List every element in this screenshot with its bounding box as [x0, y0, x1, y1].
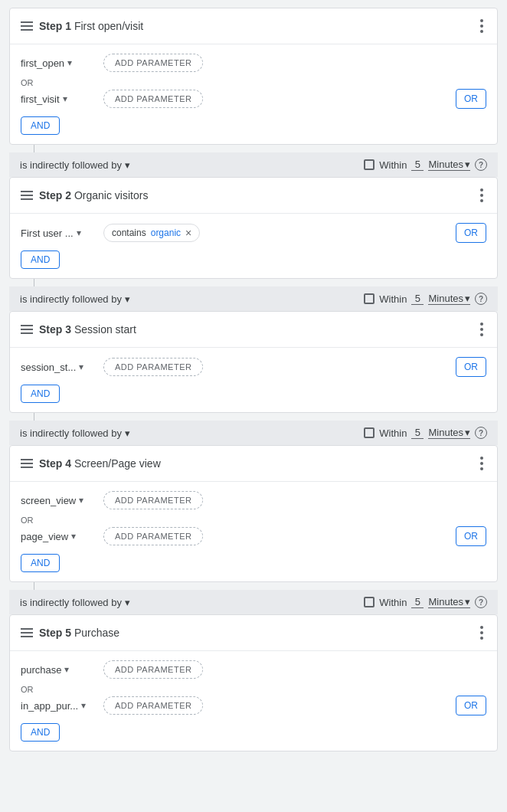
event-row-page-view: page_view ▾ ADD PARAMETER OR: [21, 526, 486, 546]
help-icon-1[interactable]: ?: [475, 159, 487, 171]
step-5-title: Step 5 Purchase: [39, 627, 119, 639]
chevron-icon: ▾: [465, 293, 470, 304]
gap-line-2: [34, 279, 34, 286]
connector-1: is indirectly followed by ▾ Within 5 Min…: [9, 152, 498, 177]
chevron-icon: ▾: [79, 495, 83, 506]
add-param-btn-page-view[interactable]: ADD PARAMETER: [103, 527, 203, 545]
drag-handle-icon[interactable]: [21, 325, 33, 334]
connector-dropdown-1[interactable]: is indirectly followed by ▾: [20, 159, 130, 171]
step-3-header: Step 3 Session start: [10, 312, 497, 348]
drag-handle-icon[interactable]: [21, 459, 33, 468]
chevron-icon: ▾: [67, 57, 72, 68]
or-button-step3[interactable]: OR: [456, 357, 486, 377]
help-icon-4[interactable]: ?: [475, 596, 487, 608]
step-3-body: session_st... ▾ ADD PARAMETER OR AND: [10, 348, 497, 412]
chevron-icon: ▾: [125, 427, 130, 439]
step-1-header: Step 1 First open/visit: [10, 8, 497, 44]
event-dropdown-first-visit[interactable]: first_visit ▾: [21, 93, 97, 105]
drag-handle-icon[interactable]: [21, 628, 33, 637]
gap-line-3: [34, 413, 34, 421]
chevron-icon: ▾: [465, 427, 470, 438]
event-row-screen-view: screen_view ▾ ADD PARAMETER: [21, 491, 486, 509]
add-param-btn-first-open[interactable]: ADD PARAMETER: [103, 54, 203, 72]
step-5-more-menu[interactable]: [477, 623, 486, 643]
event-dropdown-purchase[interactable]: purchase ▾: [21, 664, 97, 676]
connector-dropdown-3[interactable]: is indirectly followed by ▾: [20, 427, 130, 439]
event-dropdown-first-user[interactable]: First user ... ▾: [21, 228, 97, 239]
step-2-more-menu[interactable]: [477, 185, 486, 205]
within-unit-1[interactable]: Minutes ▾: [428, 159, 470, 171]
within-checkbox-3[interactable]: [364, 427, 375, 438]
within-number-3: 5: [411, 427, 424, 439]
chevron-icon: ▾: [77, 228, 81, 238]
within-number-1: 5: [411, 159, 424, 171]
drag-handle-icon[interactable]: [21, 21, 33, 31]
and-button-step5[interactable]: AND: [21, 723, 60, 742]
within-unit-4[interactable]: Minutes ▾: [428, 596, 470, 608]
step-5-body: purchase ▾ ADD PARAMETER OR in_app_pur..…: [10, 651, 497, 751]
or-label-5: OR: [21, 685, 486, 694]
and-button-step2[interactable]: AND: [21, 250, 60, 269]
event-row-first-open: first_open ▾ ADD PARAMETER: [21, 54, 486, 72]
add-param-btn-screen-view[interactable]: ADD PARAMETER: [103, 491, 203, 509]
page-wrapper: Step 1 First open/visit first_open ▾ ADD…: [0, 0, 507, 759]
step-2-body: First user ... ▾ contains organic × OR A…: [10, 214, 497, 278]
or-button-step1[interactable]: OR: [456, 89, 486, 109]
gap-line-4: [34, 582, 34, 590]
or-label-4: OR: [21, 516, 486, 525]
help-icon-2[interactable]: ?: [475, 293, 487, 305]
and-button-step4[interactable]: AND: [21, 554, 60, 572]
step-1-more-menu[interactable]: [477, 16, 486, 36]
step-2-header: Step 2 Organic visitors: [10, 178, 497, 214]
event-dropdown-screen-view[interactable]: screen_view ▾: [21, 495, 97, 506]
chip-close-btn[interactable]: ×: [185, 228, 191, 238]
event-row-first-user: First user ... ▾ contains organic × OR: [21, 223, 486, 243]
add-param-btn-session[interactable]: ADD PARAMETER: [103, 358, 203, 376]
add-param-btn-purchase[interactable]: ADD PARAMETER: [103, 660, 203, 679]
event-dropdown-first-open[interactable]: first_open ▾: [21, 57, 97, 69]
event-dropdown-page-view[interactable]: page_view ▾: [21, 531, 97, 542]
chevron-icon: ▾: [125, 597, 130, 608]
drag-handle-icon[interactable]: [21, 191, 33, 200]
chevron-icon: ▾: [125, 293, 130, 305]
step-5-header: Step 5 Purchase: [10, 615, 497, 651]
and-button-step1[interactable]: AND: [21, 116, 60, 135]
connector-dropdown-4[interactable]: is indirectly followed by ▾: [20, 597, 130, 608]
add-param-btn-first-visit[interactable]: ADD PARAMETER: [103, 90, 203, 108]
within-unit-2[interactable]: Minutes ▾: [428, 293, 470, 305]
step-4-more-menu[interactable]: [477, 453, 486, 473]
within-checkbox-4[interactable]: [364, 597, 375, 607]
connector-dropdown-2[interactable]: is indirectly followed by ▾: [20, 293, 130, 305]
event-dropdown-session[interactable]: session_st... ▾: [21, 362, 97, 373]
chip-keyword: organic: [151, 228, 181, 238]
connector-3: is indirectly followed by ▾ Within 5 Min…: [9, 421, 498, 445]
add-param-btn-in-app-purchase[interactable]: ADD PARAMETER: [103, 696, 203, 715]
step-card-3: Step 3 Session start session_st... ▾ ADD…: [9, 311, 498, 413]
step-1-title: Step 1 First open/visit: [39, 20, 143, 32]
step-1-body: first_open ▾ ADD PARAMETER OR first_visi…: [10, 44, 497, 144]
event-row-purchase: purchase ▾ ADD PARAMETER: [21, 660, 486, 679]
chevron-icon: ▾: [63, 93, 67, 104]
within-checkbox-2[interactable]: [364, 293, 375, 304]
step-4-body: screen_view ▾ ADD PARAMETER OR page_view…: [10, 482, 497, 581]
within-checkbox-1[interactable]: [364, 159, 375, 170]
step-2-title: Step 2 Organic visitors: [39, 189, 148, 201]
event-row-in-app-purchase: in_app_pur... ▾ ADD PARAMETER OR: [21, 696, 486, 715]
chevron-icon: ▾: [465, 159, 470, 170]
connector-2: is indirectly followed by ▾ Within 5 Min…: [9, 286, 498, 311]
step-card-4: Step 4 Screen/Page view screen_view ▾ AD…: [9, 445, 498, 582]
connector-4: is indirectly followed by ▾ Within 5 Min…: [9, 590, 498, 614]
within-unit-3[interactable]: Minutes ▾: [428, 427, 470, 439]
help-icon-3[interactable]: ?: [475, 427, 487, 439]
step-3-more-menu[interactable]: [477, 319, 486, 339]
chevron-icon: ▾: [79, 362, 83, 372]
event-dropdown-in-app-purchase[interactable]: in_app_pur... ▾: [21, 700, 97, 712]
or-button-step5[interactable]: OR: [456, 696, 486, 715]
gap-line-1: [34, 145, 34, 152]
event-row-first-visit: first_visit ▾ ADD PARAMETER OR: [21, 89, 486, 109]
or-button-step2[interactable]: OR: [456, 223, 486, 243]
or-button-step4[interactable]: OR: [456, 526, 486, 546]
and-button-step3[interactable]: AND: [21, 385, 60, 403]
step-3-title: Step 3 Session start: [39, 323, 136, 336]
step-card-5: Step 5 Purchase purchase ▾ ADD PARAMETER…: [9, 614, 498, 751]
